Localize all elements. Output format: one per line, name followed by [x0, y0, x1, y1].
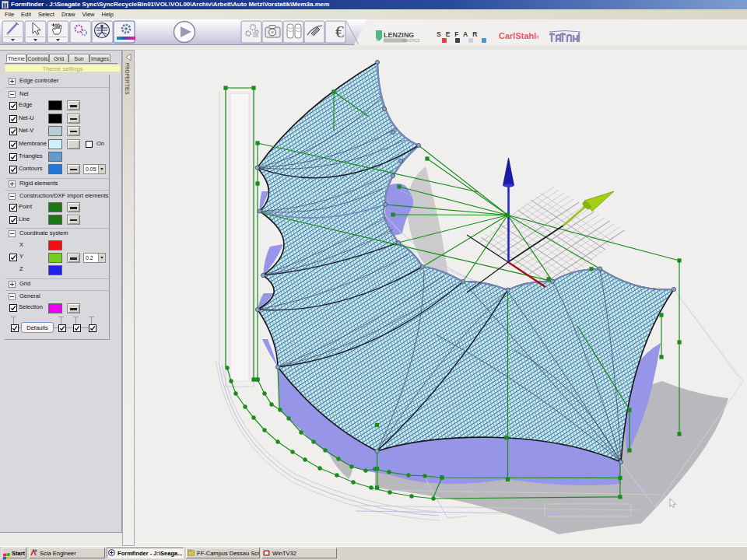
svg-text:PLASTICS: PLASTICS — [402, 39, 419, 43]
svg-text:€: € — [335, 22, 344, 41]
svg-text:SEFAR: SEFAR — [437, 30, 482, 38]
svg-text:LENZING: LENZING — [384, 31, 414, 39]
